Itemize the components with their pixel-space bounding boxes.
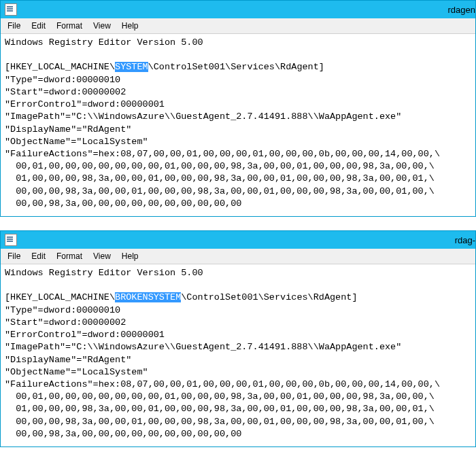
- window-title: rdag-: [455, 235, 475, 245]
- reg-header: Windows Registry Editor Version 5.00: [5, 37, 203, 48]
- menu-file[interactable]: File: [2, 20, 26, 32]
- notepad-icon: [5, 234, 17, 246]
- menu-help[interactable]: Help: [116, 20, 144, 32]
- reg-value-line: "Type"=dword:00000010: [5, 305, 120, 315]
- selected-text: BROKENSYSTEM: [115, 292, 181, 302]
- notepad-window-1: rdagen File Edit Format View Help Window…: [0, 0, 476, 217]
- reg-value-line: "Start"=dword:00000002: [5, 317, 126, 328]
- reg-value-line: "DisplayName"="RdAgent": [5, 355, 131, 365]
- menubar: File Edit Format View Help: [1, 249, 475, 264]
- reg-value-line: 01,00,00,00,98,3a,00,00,01,00,00,00,98,3…: [5, 173, 435, 183]
- reg-value-line: "DisplayName"="RdAgent": [5, 124, 131, 135]
- reg-value-line: "ObjectName"="LocalSystem": [5, 137, 148, 147]
- notepad-icon: [5, 3, 17, 16]
- titlebar[interactable]: rdagen: [1, 1, 475, 18]
- menu-view[interactable]: View: [88, 20, 116, 32]
- menu-file[interactable]: File: [2, 250, 26, 262]
- reg-key-line: [HKEY_LOCAL_MACHINE\BROKENSYSTEM\Control…: [5, 292, 358, 302]
- reg-value-line: "ErrorControl"=dword:00000001: [5, 330, 165, 340]
- reg-value-line: 01,00,00,00,98,3a,00,00,01,00,00,00,98,3…: [5, 404, 435, 414]
- menu-format[interactable]: Format: [51, 250, 88, 262]
- text-area[interactable]: Windows Registry Editor Version 5.00 [HK…: [1, 34, 475, 216]
- menubar: File Edit Format View Help: [1, 18, 475, 34]
- menu-format[interactable]: Format: [51, 20, 88, 32]
- reg-value-line: "FailureActions"=hex:08,07,00,00,01,00,0…: [5, 379, 440, 389]
- reg-value-line: "Type"=dword:00000010: [5, 75, 120, 85]
- reg-value-line: "ImagePath"="C:\\WindowsAzure\\GuestAgen…: [5, 342, 401, 352]
- reg-value-line: 00,00,00,98,3a,00,00,01,00,00,00,98,3a,0…: [5, 417, 435, 427]
- reg-value-line: 00,00,98,3a,00,00,00,00,00,00,00,00,00,0…: [5, 429, 241, 439]
- reg-value-line: 00,00,00,98,3a,00,00,01,00,00,00,98,3a,0…: [5, 186, 435, 196]
- menu-edit[interactable]: Edit: [26, 20, 51, 32]
- titlebar[interactable]: rdag-: [1, 231, 475, 249]
- selected-text: SYSTEM: [115, 62, 148, 72]
- reg-value-line: "ObjectName"="LocalSystem": [5, 367, 148, 377]
- reg-value-line: "FailureActions"=hex:08,07,00,00,01,00,0…: [5, 149, 440, 159]
- window-title: rdagen: [448, 5, 475, 15]
- reg-value-line: 00,00,98,3a,00,00,00,00,00,00,00,00,00,0…: [5, 198, 241, 209]
- menu-view[interactable]: View: [88, 250, 116, 262]
- reg-value-line: "ErrorControl"=dword:00000001: [5, 99, 165, 109]
- text-area[interactable]: Windows Registry Editor Version 5.00 [HK…: [1, 264, 475, 446]
- notepad-window-2: rdag- File Edit Format View Help Windows…: [0, 230, 476, 447]
- reg-value-line: "Start"=dword:00000002: [5, 87, 126, 97]
- reg-value-line: "ImagePath"="C:\\WindowsAzure\\GuestAgen…: [5, 111, 401, 122]
- menu-help[interactable]: Help: [116, 250, 144, 262]
- reg-value-line: 00,01,00,00,00,00,00,00,00,01,00,00,00,9…: [5, 161, 435, 171]
- menu-edit[interactable]: Edit: [26, 250, 51, 262]
- reg-key-line: [HKEY_LOCAL_MACHINE\SYSTEM\ControlSet001…: [5, 62, 324, 72]
- reg-header: Windows Registry Editor Version 5.00: [5, 268, 203, 278]
- reg-value-line: 00,01,00,00,00,00,00,00,00,01,00,00,00,9…: [5, 391, 435, 402]
